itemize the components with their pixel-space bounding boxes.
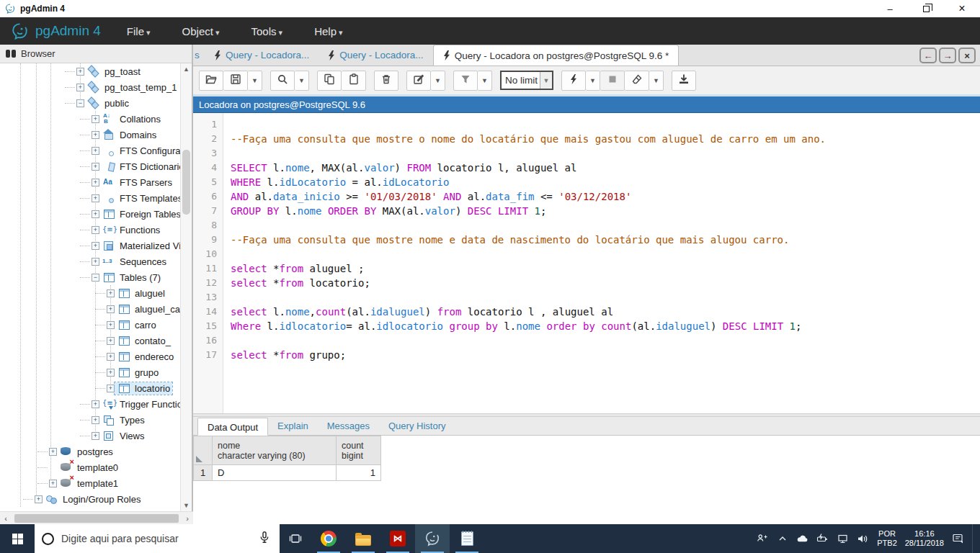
row-number[interactable]: 1 (194, 465, 213, 481)
scroll-right-icon[interactable]: › (182, 514, 193, 523)
microphone-icon[interactable] (258, 531, 272, 547)
tree-item-fts-dictionaries[interactable]: +FTS Dictionaries (0, 158, 182, 174)
tree-item-aluguel[interactable]: +aluguel (0, 285, 182, 301)
query-tab-3[interactable]: Query - Locadora on postgres@PostgreSQL … (433, 45, 680, 66)
chevron-up-icon[interactable] (776, 533, 788, 545)
tree-item-postgres[interactable]: +postgres (0, 444, 182, 459)
tree-item-public[interactable]: −public (0, 95, 182, 111)
output-tab-data-output[interactable]: Data Output (197, 418, 268, 436)
tree-item-locatorio[interactable]: +locatorio (0, 380, 182, 396)
tree-item-pg-toast[interactable]: +pg_toast (0, 63, 182, 79)
expand-icon[interactable]: + (92, 163, 99, 171)
tree-item-template1[interactable]: +×template1 (0, 475, 182, 491)
filter-button[interactable] (453, 71, 478, 91)
find-button[interactable] (270, 71, 295, 91)
close-button[interactable]: × (944, 0, 980, 17)
code-area[interactable]: --Faça uma consulta que mostre o nome do… (223, 113, 980, 413)
collapse-icon[interactable]: − (92, 274, 99, 282)
query-tab-2[interactable]: Query - Locadora... (318, 45, 432, 66)
output-tab-explain[interactable]: Explain (268, 417, 318, 435)
output-tab-query-history[interactable]: Query History (379, 417, 455, 435)
taskbar-app-chrome[interactable] (311, 524, 346, 553)
tree-item-trigger-functions[interactable]: +Trigger Functions (0, 396, 182, 412)
battery-icon[interactable] (816, 533, 829, 545)
sql-editor[interactable]: 1234567891011121314151617 --Faça uma con… (193, 113, 980, 413)
select-all-corner[interactable] (194, 436, 213, 465)
tree-vertical-scrollbar[interactable]: ▲ ▼ (180, 63, 192, 511)
expand-icon[interactable]: + (35, 495, 43, 503)
expand-icon[interactable]: + (107, 305, 115, 313)
menu-file[interactable]: File (127, 25, 151, 37)
tree-item-fts-templates[interactable]: +FTS Templates (0, 190, 182, 206)
taskbar-app-pgadmin[interactable] (415, 524, 450, 553)
column-header-count[interactable]: countbigint (337, 436, 381, 465)
tree-item-materialized-views[interactable]: +Materialized Views (0, 238, 182, 253)
menu-tools[interactable]: Tools (251, 25, 283, 37)
scroll-left-icon[interactable]: ‹ (0, 514, 12, 523)
language-indicator[interactable]: POR PTB2 (877, 529, 897, 548)
clear-dropdown-button[interactable]: ▼ (649, 71, 664, 91)
taskbar-app-file-explorer[interactable] (346, 524, 380, 553)
expand-icon[interactable]: + (49, 448, 57, 456)
cell[interactable]: 1 (337, 465, 381, 481)
tree-item-contato[interactable]: +contato_ (0, 333, 182, 349)
tree-item-functions[interactable]: +Functions (0, 222, 182, 238)
column-header-nome[interactable]: nomecharacter varying (80) (213, 436, 337, 465)
expand-icon[interactable]: + (92, 147, 99, 155)
expand-icon[interactable]: + (76, 68, 84, 76)
expand-icon[interactable]: + (76, 84, 84, 91)
network-icon[interactable] (837, 533, 849, 545)
tree-item-endereco[interactable]: +endereco (0, 349, 182, 364)
save-button[interactable] (223, 71, 248, 91)
menu-help[interactable]: Help (314, 25, 342, 37)
clock[interactable]: 16:16 28/11/2018 (905, 529, 944, 548)
tree-item-login-group-roles[interactable]: +Login/Group Roles (0, 491, 182, 507)
tree-item-tables-7[interactable]: −Tables (7) (0, 269, 182, 285)
overflowed-tab[interactable]: s (193, 45, 205, 66)
tree-item-grupo[interactable]: +grupo (0, 364, 182, 380)
download-button[interactable] (672, 71, 696, 91)
clear-button[interactable] (625, 71, 649, 91)
filter-dropdown-button[interactable]: ▼ (478, 71, 492, 91)
execute-button[interactable] (561, 71, 586, 91)
tree-item-pg-toast-temp-1[interactable]: +pg_toast_temp_1 (0, 79, 182, 95)
row-limit-select[interactable]: No limit▼ (500, 71, 553, 90)
tree-item-sequences[interactable]: +Sequences (0, 253, 182, 269)
expand-icon[interactable]: + (92, 400, 99, 408)
query-tab-1[interactable]: Query - Locadora... (205, 45, 318, 66)
tree-item-template0[interactable]: +×template0 (0, 459, 182, 475)
tree-item-domains[interactable]: +Domains (0, 127, 182, 143)
scrollbar-thumb[interactable] (14, 514, 179, 523)
tab-scroll-left-button[interactable]: ← (919, 48, 937, 63)
expand-icon[interactable]: + (92, 416, 99, 424)
chevron-down-icon[interactable]: ▼ (540, 72, 552, 89)
expand-icon[interactable]: + (107, 289, 115, 297)
tree-item-collations[interactable]: +Collations (0, 111, 182, 127)
save-dropdown-button[interactable]: ▼ (248, 71, 262, 91)
execute-dropdown-button[interactable]: ▼ (586, 71, 600, 91)
expand-icon[interactable]: + (92, 432, 99, 440)
expand-icon[interactable]: + (107, 385, 115, 392)
delete-button[interactable] (374, 71, 398, 91)
collapse-icon[interactable]: − (76, 99, 84, 107)
expand-icon[interactable]: + (92, 194, 99, 202)
restore-button[interactable] (908, 0, 944, 17)
action-center-icon[interactable] (952, 533, 964, 545)
expand-icon[interactable]: + (92, 131, 99, 139)
edit-button[interactable] (406, 71, 431, 91)
expand-icon[interactable]: + (92, 210, 99, 218)
menu-object[interactable]: Object (182, 25, 220, 37)
tree-item-aluguel-carro[interactable]: +aluguel_carro (0, 301, 182, 317)
scroll-down-icon[interactable]: ▼ (181, 500, 192, 511)
taskbar-search-input[interactable]: Digite aqui para pesquisar (35, 524, 280, 553)
expand-icon[interactable]: + (92, 115, 99, 123)
copy-button[interactable] (317, 71, 342, 91)
expand-icon[interactable]: + (49, 480, 57, 487)
onedrive-icon[interactable] (796, 533, 808, 545)
tree-item-views[interactable]: +Views (0, 428, 182, 444)
taskbar-app-notepad[interactable] (450, 524, 484, 553)
tree-item-foreign-tables[interactable]: +Foreign Tables (0, 206, 182, 222)
start-button[interactable] (0, 524, 35, 553)
output-tab-messages[interactable]: Messages (318, 417, 379, 435)
people-icon[interactable] (756, 533, 768, 545)
